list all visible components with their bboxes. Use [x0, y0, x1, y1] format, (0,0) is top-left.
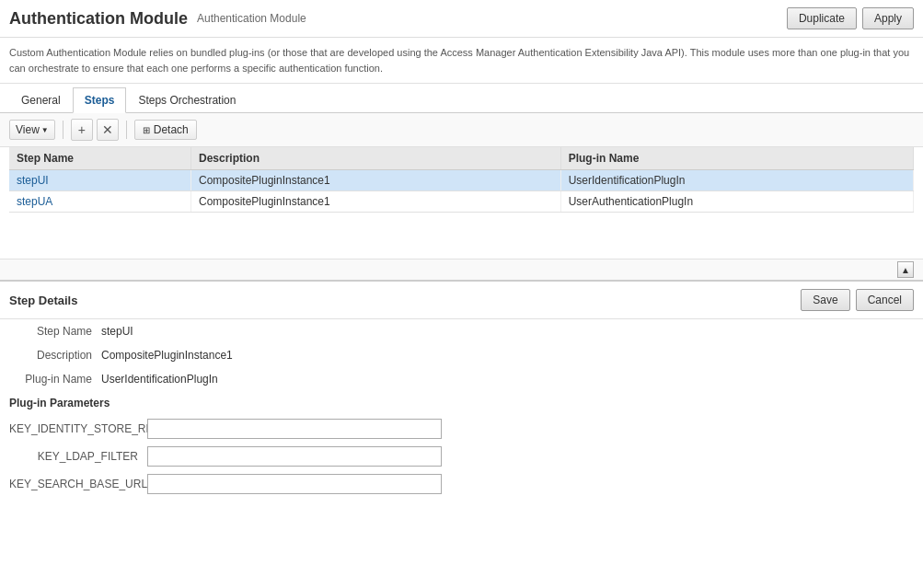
cell-plugin-name: UserIdentificationPlugIn	[560, 170, 913, 191]
description-row: Description CompositePluginInstance1	[0, 343, 923, 367]
toolbar: View ▼ + ✕ ⊞ Detach	[0, 113, 923, 147]
step-name-value: stepUI	[101, 325, 133, 338]
tab-steps[interactable]: Steps	[73, 87, 127, 113]
cancel-button[interactable]: Cancel	[856, 289, 914, 311]
collapse-bar: ▲	[0, 259, 923, 280]
page-container: Authentication Module Authentication Mod…	[0, 0, 923, 498]
view-label: View	[16, 123, 40, 136]
step-name-row: Step Name stepUI	[0, 319, 923, 343]
view-dropdown-arrow: ▼	[41, 126, 49, 134]
tab-general[interactable]: General	[9, 87, 73, 113]
table-row[interactable]: stepUI CompositePluginInstance1 UserIden…	[9, 170, 914, 191]
header: Authentication Module Authentication Mod…	[0, 0, 923, 38]
header-buttons: Duplicate Apply	[787, 7, 914, 29]
description-value: CompositePluginInstance1	[101, 349, 233, 362]
apply-button[interactable]: Apply	[862, 7, 914, 29]
plugin-name-label: Plug-in Name	[9, 373, 92, 386]
col-plugin-name: Plug-in Name	[560, 147, 913, 170]
param-input-2[interactable]	[147, 474, 442, 494]
col-step-name: Step Name	[9, 147, 190, 170]
plugin-name-row: Plug-in Name UserIdentificationPlugIn	[0, 367, 923, 391]
cell-description: CompositePluginInstance1	[190, 191, 560, 213]
detach-label: Detach	[154, 123, 189, 136]
upper-spacer	[0, 213, 923, 259]
page-title: Authentication Module	[9, 9, 188, 29]
collapse-button[interactable]: ▲	[897, 261, 914, 278]
steps-table-container: Step Name Description Plug-in Name stepU…	[0, 147, 923, 213]
save-button[interactable]: Save	[801, 289, 849, 311]
tab-steps-orchestration[interactable]: Steps Orchestration	[126, 87, 248, 113]
description-label: Description	[9, 349, 92, 362]
cell-step-name: stepUI	[9, 170, 190, 191]
detach-button[interactable]: ⊞ Detach	[134, 120, 197, 140]
upper-section: View ▼ + ✕ ⊞ Detach Step Name Descriptio…	[0, 113, 923, 280]
step-name-label: Step Name	[9, 325, 92, 338]
param-input-1[interactable]	[147, 446, 442, 467]
add-button[interactable]: +	[71, 119, 93, 141]
plugin-name-value: UserIdentificationPlugIn	[101, 373, 218, 386]
tabs-container: General Steps Steps Orchestration	[0, 87, 923, 113]
param-label-2: KEY_SEARCH_BASE_URL	[9, 478, 138, 490]
toolbar-separator-2	[126, 121, 127, 139]
table-header-row: Step Name Description Plug-in Name	[9, 147, 914, 170]
param-row-1: KEY_LDAP_FILTER	[0, 443, 923, 470]
param-input-0[interactable]	[147, 419, 442, 439]
detach-icon: ⊞	[143, 125, 150, 135]
description-text: Custom Authentication Module relies on b…	[0, 38, 923, 84]
param-label-1: KEY_LDAP_FILTER	[9, 450, 138, 463]
cell-plugin-name: UserAuthenticationPlugIn	[560, 191, 913, 213]
toolbar-separator-1	[63, 121, 63, 139]
step-details-title: Step Details	[9, 294, 77, 307]
param-row-2: KEY_SEARCH_BASE_URL	[0, 470, 923, 498]
col-description: Description	[190, 147, 560, 170]
delete-button[interactable]: ✕	[97, 119, 119, 141]
param-label-0: KEY_IDENTITY_STORE_REF	[9, 422, 138, 435]
table-row[interactable]: stepUA CompositePluginInstance1 UserAuth…	[9, 191, 914, 213]
duplicate-button[interactable]: Duplicate	[787, 7, 857, 29]
cell-description: CompositePluginInstance1	[190, 170, 560, 191]
param-row-0: KEY_IDENTITY_STORE_REF	[0, 415, 923, 443]
steps-table: Step Name Description Plug-in Name stepU…	[9, 147, 914, 213]
header-left: Authentication Module Authentication Mod…	[9, 9, 306, 29]
page-subtitle: Authentication Module	[197, 12, 306, 25]
view-dropdown[interactable]: View ▼	[9, 120, 55, 140]
cell-step-name: stepUA	[9, 191, 190, 213]
lower-section: Step Details Save Cancel Step Name stepU…	[0, 280, 923, 498]
step-details-header: Step Details Save Cancel	[0, 282, 923, 319]
step-details-buttons: Save Cancel	[801, 289, 914, 311]
plugin-params-title: Plug-in Parameters	[0, 391, 923, 415]
